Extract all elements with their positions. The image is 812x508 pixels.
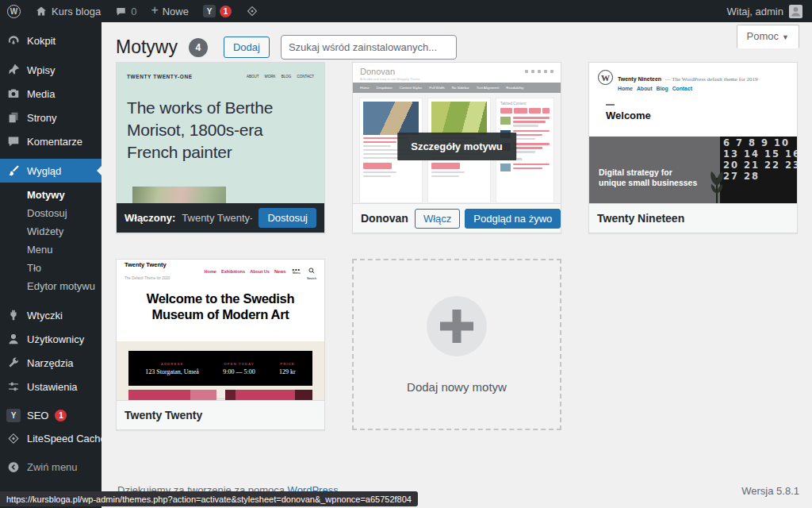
preview-nav: Home Dropdown Content Styles Full Width … [353, 83, 561, 93]
widget-tabs [500, 108, 550, 114]
main-content: Pomoc▼ Motywy 4 Dodaj TWENTY TWENTY-ONE … [102, 22, 812, 508]
collapse-menu-button[interactable]: Zwiń menu [0, 456, 102, 479]
read-more-button-placeholder [363, 163, 392, 169]
theme-footer: Donovan Włącz Podgląd na żywo [353, 203, 561, 233]
nav-item: Content Styles [400, 86, 423, 90]
text-placeholder [363, 171, 396, 174]
customize-button[interactable]: Dostosuj [259, 208, 316, 228]
preview-cream-section: ADDRESS 123 Storgatan, Umeå OPEN TODAY 9… [117, 341, 324, 400]
litespeed-diamond-icon [246, 5, 259, 17]
admin-bar: W Kurs bloga 0 + Nowe Y 1 Witaj, admin [0, 0, 812, 22]
sidebar-label-ustawienia: Ustawienia [27, 381, 78, 393]
wordpress-logo-icon: W [7, 5, 21, 18]
submenu-item-widzety[interactable]: Widżety [0, 222, 102, 241]
preview-painting-image [132, 187, 226, 203]
calendar-row: 6 7 8 9 10 [723, 137, 797, 148]
sidebar-item-wpisy[interactable]: Wpisy [0, 58, 102, 82]
theme-details-overlay[interactable]: Szczegóły motywu [397, 133, 516, 160]
theme-screenshot-twenty-twenty-one[interactable]: TWENTY TWENTY-ONE ABOUT WORK BLOG CONTAC… [117, 63, 324, 203]
info-box: ADDRESS 123 Storgatan, Umeå OPEN TODAY 9… [128, 351, 312, 386]
info-value: 9:00 — 5:00 [223, 368, 255, 375]
submenu-item-tlo[interactable]: Tło [0, 259, 102, 277]
social-icons [525, 70, 553, 73]
comments-shortcut[interactable]: 0 [108, 0, 144, 22]
preview-site-logo: W [598, 70, 613, 85]
submenu-item-menu[interactable]: Menu [0, 241, 102, 259]
preview-heading: Welcome [606, 110, 788, 121]
help-dropdown-button[interactable]: Pomoc▼ [737, 25, 799, 48]
nav-item: Dropdown [377, 86, 393, 90]
theme-screenshot-twenty-twenty[interactable]: Twenty Twenty The Default Theme for 2020… [117, 260, 324, 400]
theme-card-twenty-nineteen[interactable]: W Twenty Nineteen — The WordPress defaul… [588, 62, 798, 233]
sidebar-item-komentarze[interactable]: Komentarze [0, 129, 102, 153]
avatar [789, 5, 802, 18]
info-label: PRICE [279, 362, 296, 366]
theme-name: Twenty Nineteen [597, 212, 684, 225]
version-label: Wersja 5.8.1 [741, 485, 799, 497]
comments-count: 0 [131, 6, 136, 17]
wp-logo-menu[interactable]: W [0, 0, 28, 22]
info-label: ADDRESS [145, 362, 199, 366]
litespeed-menu[interactable] [239, 0, 266, 22]
theme-card-donovan[interactable]: Donovan A flexible and easy to use Blogg… [352, 62, 561, 233]
yoast-seo-menu[interactable]: Y 1 [196, 0, 239, 22]
add-new-theme-card[interactable]: Dodaj nowy motyw [352, 259, 561, 430]
sidebar-item-wyglad[interactable]: Wygląd [0, 159, 102, 183]
sidebar-label-narzedzia: Narzędzia [27, 357, 74, 369]
sidebar-item-strony[interactable]: Strony [0, 106, 102, 129]
sidebar-widget-title: Tabbed Content [500, 102, 550, 106]
sidebar-item-narzedzia[interactable]: Narzędzia [0, 351, 102, 375]
submenu-item-motywy[interactable]: Motywy [0, 186, 102, 204]
info-value: 129 kr [279, 368, 296, 375]
nav-item: Contact [672, 86, 692, 91]
sidebar-label-strony: Strony [27, 112, 57, 124]
greeting-label: Witaj, admin [726, 6, 783, 17]
help-label: Pomoc [747, 30, 779, 42]
new-content-menu[interactable]: + Nowe [144, 0, 196, 22]
sidebar-item-media[interactable]: Media [0, 82, 102, 106]
activate-button[interactable]: Włącz [415, 209, 460, 229]
submenu-item-edytor-motywu[interactable]: Edytor motywu [0, 277, 102, 295]
sidebar-item-kokpit[interactable]: Kokpit [0, 29, 102, 52]
plus-icon: + [151, 4, 158, 17]
appearance-brush-icon [6, 164, 21, 178]
theme-card-twenty-twenty-one[interactable]: TWENTY TWENTY-ONE ABOUT WORK BLOG CONTAC… [116, 62, 325, 233]
sidebar-label-litespeed: LiteSpeed Cache [27, 433, 106, 444]
preview-heading: Welcome to the Swedish Museum of Modern … [117, 283, 324, 334]
calendar-image: 6 7 8 9 10 13 14 15 16 17 20 21 22 23 24… [720, 137, 797, 203]
add-theme-button[interactable]: Dodaj [224, 37, 270, 58]
sidebar-item-ustawienia[interactable]: Ustawienia [0, 375, 102, 398]
appearance-submenu: Motywy Dostosuj Widżety Menu Tło Edytor … [0, 183, 102, 303]
preview-nav: Home Exhibitions About Us News [204, 269, 285, 274]
info-label: OPEN TODAY [223, 362, 255, 366]
account-menu[interactable]: Witaj, admin [717, 5, 812, 18]
theme-name: Donovan [361, 212, 408, 225]
preview-site-title: Twenty Nineteen [618, 76, 661, 82]
text-placeholder [431, 171, 465, 174]
menu-label: Menu [293, 271, 301, 275]
settings-sliders-icon [6, 379, 21, 394]
plant-silhouette [707, 162, 727, 203]
text-placeholder [363, 141, 396, 144]
sidebar-item-litespeed[interactable]: LiteSpeed Cache [0, 427, 102, 450]
post-image-leaves [431, 102, 487, 135]
live-preview-button[interactable]: Podgląd na żywo [465, 209, 561, 229]
theme-screenshot-twenty-nineteen[interactable]: W Twenty Nineteen — The WordPress defaul… [589, 63, 797, 203]
site-name-link[interactable]: Kurs bloga [28, 0, 108, 22]
caret-down-icon: ▼ [782, 33, 789, 41]
comment-bubble-icon [115, 6, 127, 17]
comments-icon [6, 134, 21, 148]
theme-search-input[interactable] [281, 35, 457, 60]
theme-screenshot-donovan[interactable]: Donovan A flexible and easy to use Blogg… [353, 63, 561, 203]
submenu-item-dostosuj[interactable]: Dostosuj [0, 204, 102, 222]
calendar-row: 13 14 15 16 17 [723, 148, 797, 160]
calendar-row: 27 28 [723, 171, 797, 182]
sidebar-item-uzytkownicy[interactable]: Użytkownicy [0, 327, 102, 351]
thumb [500, 117, 511, 125]
sidebar-item-wtyczki[interactable]: Wtyczki [0, 303, 102, 327]
media-icon [6, 87, 21, 101]
nav-item: Readability [506, 86, 523, 90]
theme-card-twenty-twenty[interactable]: Twenty Twenty The Default Theme for 2020… [116, 259, 325, 430]
home-icon [35, 5, 48, 17]
sidebar-item-seo[interactable]: Y SEO 1 [0, 404, 102, 427]
